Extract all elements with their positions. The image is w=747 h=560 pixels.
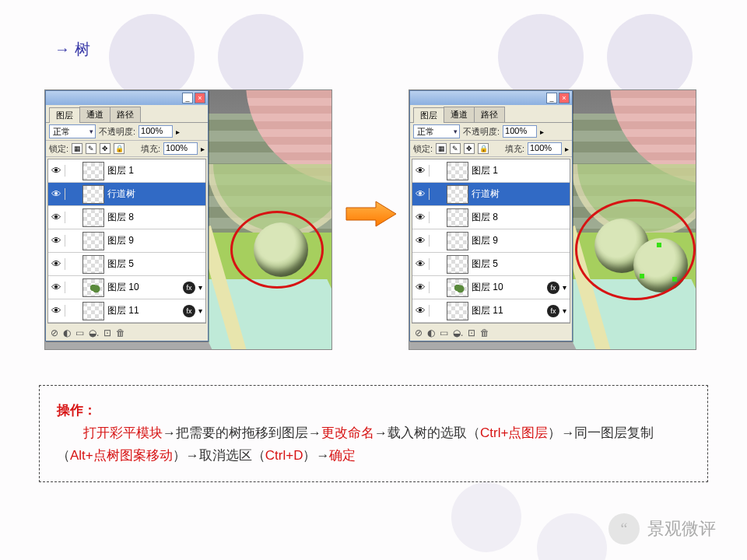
footer-btn-0[interactable]: ⊘: [51, 327, 58, 338]
fill-field[interactable]: 100%: [528, 142, 562, 155]
layer-row-1[interactable]: 👁行道树: [48, 183, 205, 206]
layer-list: 👁图层 1👁行道树👁图层 8👁图层 9👁图层 5👁图层 10fx▾👁图层 11f…: [412, 159, 570, 324]
layer-row-6[interactable]: 👁图层 11fx▾: [48, 299, 205, 323]
screenshot-before: _×图层通道路径正常不透明度:100%▸锁定:▦✎✥🔒填充:100%▸👁图层 1…: [44, 89, 332, 350]
layer-thumb[interactable]: [447, 302, 468, 320]
chevron-icon[interactable]: ▾: [198, 306, 202, 315]
panel-footer: ⊘◐▭◒.⊡🗑: [46, 325, 208, 341]
layer-row-5[interactable]: 👁图层 10fx▾: [48, 276, 205, 299]
footer-btn-5[interactable]: 🗑: [116, 327, 125, 338]
fx-badge[interactable]: fx: [547, 282, 559, 294]
footer-btn-2[interactable]: ▭: [75, 327, 84, 338]
minimize-button[interactable]: _: [182, 93, 193, 103]
fill-field[interactable]: 100%: [163, 142, 198, 155]
fx-badge[interactable]: fx: [547, 305, 559, 317]
fx-badge[interactable]: fx: [183, 305, 195, 317]
visibility-icon[interactable]: 👁: [48, 258, 65, 270]
layer-name: 图层 5: [472, 257, 570, 271]
chevron-icon[interactable]: ▾: [198, 283, 202, 292]
footer-btn-5[interactable]: 🗑: [480, 327, 489, 338]
decorative-circle: [537, 513, 607, 560]
screenshot-after: _×图层通道路径正常不透明度:100%▸锁定:▦✎✥🔒填充:100%▸👁图层 1…: [409, 89, 696, 350]
layer-thumb[interactable]: [82, 185, 104, 204]
layer-thumb[interactable]: [447, 278, 468, 297]
visibility-icon[interactable]: 👁: [412, 165, 430, 177]
visibility-icon[interactable]: 👁: [412, 212, 430, 223]
visibility-icon[interactable]: 👁: [412, 188, 430, 200]
tab-0[interactable]: 图层: [413, 107, 444, 123]
layer-row-0[interactable]: 👁图层 1: [412, 159, 570, 183]
visibility-icon[interactable]: 👁: [48, 305, 65, 317]
visibility-icon[interactable]: 👁: [48, 212, 65, 223]
layer-row-1[interactable]: 👁行道树: [412, 183, 570, 206]
visibility-icon[interactable]: 👁: [48, 188, 65, 200]
visibility-icon[interactable]: 👁: [412, 282, 430, 293]
blend-mode-select[interactable]: 正常: [413, 124, 460, 138]
layer-name: 图层 8: [472, 211, 570, 224]
layer-name: 图层 11: [107, 304, 183, 317]
layer-thumb[interactable]: [82, 302, 104, 320]
fx-badge[interactable]: fx: [183, 282, 195, 294]
footer-btn-1[interactable]: ◐: [63, 327, 71, 338]
layer-name: 行道树: [472, 187, 570, 201]
layer-row-2[interactable]: 👁图层 8: [48, 206, 205, 229]
footer-btn-0[interactable]: ⊘: [415, 327, 423, 338]
tab-2[interactable]: 路径: [474, 107, 505, 122]
chevron-icon[interactable]: ▾: [563, 306, 566, 315]
instruction-text: →载入树的选取（: [374, 425, 480, 440]
lock-label: 锁定:: [49, 143, 68, 155]
panel-tabs: 图层通道路径: [410, 105, 572, 123]
lock-icons: ▦✎✥🔒: [436, 143, 489, 154]
layer-row-6[interactable]: 👁图层 11fx▾: [412, 299, 570, 323]
layer-thumb[interactable]: [82, 162, 104, 180]
layer-row-5[interactable]: 👁图层 10fx▾: [412, 276, 570, 299]
lock-icons: ▦✎✥🔒: [72, 143, 124, 154]
layer-thumb[interactable]: [82, 278, 104, 297]
layer-thumb[interactable]: [447, 208, 468, 227]
footer-btn-4[interactable]: ⊡: [103, 327, 111, 338]
visibility-icon[interactable]: 👁: [412, 305, 430, 317]
layer-thumb[interactable]: [82, 208, 104, 227]
layer-thumb[interactable]: [82, 232, 104, 250]
opacity-field[interactable]: 100%: [139, 125, 173, 138]
visibility-icon[interactable]: 👁: [48, 235, 65, 247]
footer-btn-1[interactable]: ◐: [427, 327, 435, 338]
layer-row-2[interactable]: 👁图层 8: [412, 206, 570, 229]
footer-btn-4[interactable]: ⊡: [468, 327, 475, 338]
svg-marker-0: [346, 201, 396, 226]
layer-name: 图层 9: [472, 234, 570, 247]
footer-btn-3[interactable]: ◒.: [89, 327, 99, 338]
close-button[interactable]: ×: [195, 93, 205, 103]
opacity-field[interactable]: 100%: [503, 125, 537, 138]
minimize-button[interactable]: _: [546, 93, 557, 103]
instruction-heading: 操作：: [57, 403, 96, 418]
chevron-icon[interactable]: ▾: [563, 283, 566, 292]
tab-1[interactable]: 通道: [79, 107, 110, 122]
layer-thumb[interactable]: [82, 255, 104, 274]
layer-row-3[interactable]: 👁图层 9: [48, 229, 205, 253]
tab-0[interactable]: 图层: [49, 107, 80, 123]
footer-btn-2[interactable]: ▭: [440, 327, 448, 338]
close-button[interactable]: ×: [559, 93, 570, 103]
footer-btn-3[interactable]: ◒.: [453, 327, 463, 338]
layer-row-3[interactable]: 👁图层 9: [412, 229, 570, 253]
layer-thumb[interactable]: [447, 232, 468, 250]
layer-thumb[interactable]: [447, 255, 468, 274]
visibility-icon[interactable]: 👁: [412, 235, 430, 247]
layer-row-4[interactable]: 👁图层 5: [412, 253, 570, 276]
layer-thumb[interactable]: [447, 162, 468, 180]
panel-footer: ⊘◐▭◒.⊡🗑: [410, 325, 572, 341]
tab-2[interactable]: 路径: [110, 107, 141, 122]
tab-1[interactable]: 通道: [444, 107, 475, 122]
panel-titlebar: _×: [46, 91, 208, 105]
layer-row-4[interactable]: 👁图层 5: [48, 253, 205, 276]
layer-row-0[interactable]: 👁图层 1: [48, 159, 205, 183]
layer-thumb[interactable]: [447, 185, 468, 204]
visibility-icon[interactable]: 👁: [48, 282, 65, 293]
visibility-icon[interactable]: 👁: [48, 165, 65, 177]
visibility-icon[interactable]: 👁: [412, 258, 430, 270]
opacity-label: 不透明度:: [99, 126, 135, 138]
panel-titlebar: _×: [410, 91, 572, 105]
layer-name: 图层 8: [107, 211, 205, 224]
blend-mode-select[interactable]: 正常: [49, 124, 96, 138]
